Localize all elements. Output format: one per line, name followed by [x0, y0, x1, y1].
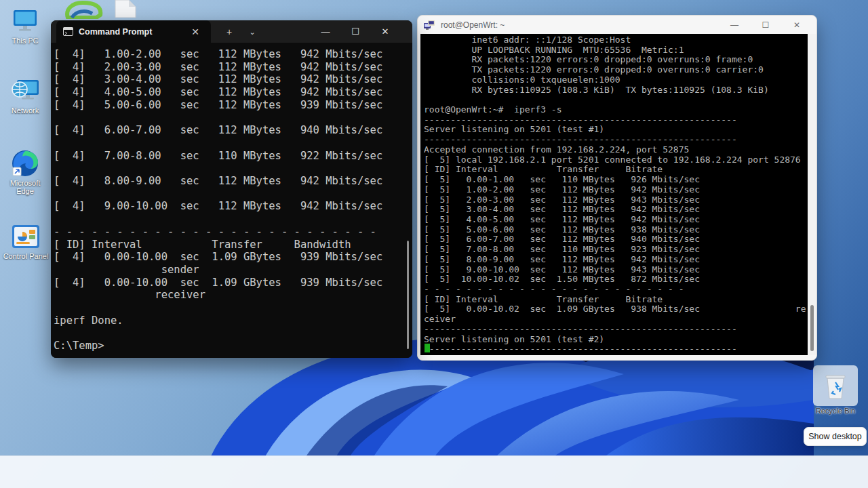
- this-pc-icon: [3, 7, 47, 35]
- desktop-icon-control-panel[interactable]: Control Panel: [1, 222, 51, 260]
- putty-minimize-button[interactable]: —: [719, 16, 750, 34]
- putty-close-button[interactable]: ✕: [781, 16, 812, 34]
- partial-document-icon[interactable]: [114, 0, 137, 18]
- cmd-close-button[interactable]: ✕: [370, 20, 400, 43]
- network-icon: [3, 77, 47, 105]
- cmd-window: Command Prompt ✕ + ⌄ — ☐ ✕ [ 4] 1.00-2.0…: [51, 20, 412, 358]
- desktop-icon-label: Network: [3, 106, 47, 115]
- new-tab-button[interactable]: +: [220, 23, 238, 41]
- desktop-icon-network[interactable]: Network: [3, 77, 47, 115]
- desktop-icon-recycle-bin[interactable]: Recycle Bin: [811, 365, 860, 415]
- putty-titlebar[interactable]: root@OpenWrt: ~ — ☐ ✕: [418, 16, 816, 34]
- tab-dropdown-icon[interactable]: ⌄: [243, 23, 261, 41]
- putty-title: root@OpenWrt: ~: [441, 20, 505, 30]
- putty-output: inet6 addr: ::1/128 Scope:Host UP LOOPBA…: [420, 34, 808, 354]
- terminal-cursor: [425, 344, 430, 352]
- cmd-minimize-button[interactable]: —: [311, 20, 340, 43]
- putty-icon: [423, 20, 435, 30]
- cmd-scrollbar[interactable]: [407, 241, 409, 349]
- desktop: This PC Network Microsoft Edge Control P…: [0, 0, 868, 488]
- partial-green-app-icon[interactable]: [62, 0, 104, 19]
- taskbar: Search: [0, 455, 868, 488]
- desktop-icon-label: Microsoft Edge: [3, 179, 47, 195]
- putty-window: root@OpenWrt: ~ — ☐ ✕ inet6 addr: ::1/12…: [417, 15, 817, 361]
- desktop-icon-this-pc[interactable]: This PC: [3, 7, 47, 45]
- cmd-terminal-content[interactable]: [ 4] 1.00-2.00 sec 112 MBytes 942 Mbits/…: [51, 43, 412, 358]
- cmd-tab-icon: [63, 27, 73, 36]
- putty-scrollbar-thumb[interactable]: [810, 305, 814, 351]
- show-desktop-tooltip: Show desktop: [804, 427, 867, 446]
- recycle-bin-icon: [823, 371, 848, 400]
- desktop-icon-label: Control Panel: [1, 252, 51, 260]
- desktop-icon-edge[interactable]: Microsoft Edge: [3, 149, 47, 195]
- desktop-icon-label: This PC: [3, 37, 47, 45]
- tab-close-icon[interactable]: ✕: [186, 23, 204, 41]
- cmd-output: [ 4] 1.00-2.00 sec 112 MBytes 942 Mbits/…: [51, 43, 412, 352]
- putty-terminal-content[interactable]: inet6 addr: ::1/128 Scope:Host UP LOOPBA…: [420, 34, 808, 355]
- control-panel-icon: [1, 222, 51, 251]
- cmd-titlebar[interactable]: Command Prompt ✕ + ⌄ — ☐ ✕: [51, 20, 412, 43]
- cmd-maximize-button[interactable]: ☐: [340, 20, 370, 43]
- recycle-bin-highlight: [813, 365, 858, 406]
- putty-scrollbar[interactable]: [808, 34, 816, 355]
- putty-maximize-button[interactable]: ☐: [750, 16, 781, 34]
- cmd-tab[interactable]: Command Prompt ✕: [56, 20, 211, 43]
- desktop-icon-label: Recycle Bin: [811, 407, 860, 415]
- cmd-tab-title: Command Prompt: [79, 27, 186, 37]
- edge-icon: [3, 149, 47, 178]
